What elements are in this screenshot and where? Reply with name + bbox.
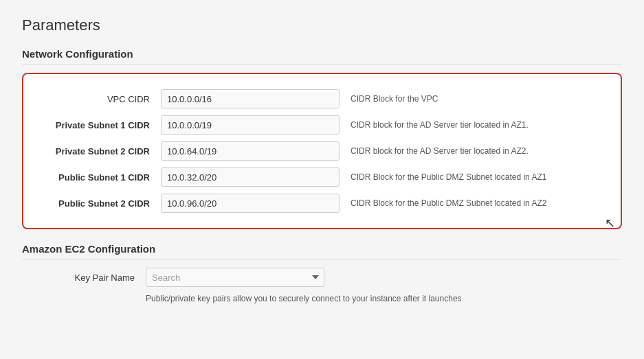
private-subnet2-cidr-row: Private Subnet 2 CIDR CIDR block for the… xyxy=(37,141,607,161)
private-subnet2-cidr-hint: CIDR block for the AD Server tier locate… xyxy=(351,146,607,156)
network-config-wrapper: VPC CIDR CIDR Block for the VPC Private … xyxy=(22,73,622,229)
private-subnet1-cidr-input[interactable] xyxy=(161,115,340,135)
public-subnet1-cidr-input[interactable] xyxy=(161,167,340,187)
page-title: Parameters xyxy=(22,16,622,34)
key-pair-row: Key Pair Name Search xyxy=(22,268,622,287)
cursor-indicator: ↖ xyxy=(605,216,615,231)
key-pair-hint-row: Public/private key pairs allow you to se… xyxy=(22,294,622,303)
vpc-cidr-hint: CIDR Block for the VPC xyxy=(351,94,607,104)
private-subnet2-cidr-label: Private Subnet 2 CIDR xyxy=(37,146,161,157)
public-subnet2-cidr-row: Public Subnet 2 CIDR CIDR Block for the … xyxy=(37,194,607,213)
public-subnet1-cidr-row: Public Subnet 1 CIDR CIDR Block for the … xyxy=(37,167,607,187)
public-subnet2-cidr-input[interactable] xyxy=(161,194,340,213)
vpc-cidr-row: VPC CIDR CIDR Block for the VPC xyxy=(37,89,607,108)
vpc-cidr-input[interactable] xyxy=(161,89,340,108)
private-subnet2-cidr-input[interactable] xyxy=(161,141,340,161)
private-subnet1-cidr-label: Private Subnet 1 CIDR xyxy=(37,120,161,130)
page-container: Parameters Network Configuration VPC CID… xyxy=(0,0,644,327)
key-pair-label: Key Pair Name xyxy=(22,273,146,283)
network-config-box: VPC CIDR CIDR Block for the VPC Private … xyxy=(22,73,622,229)
ec2-config-section: Amazon EC2 Configuration Key Pair Name S… xyxy=(22,243,622,303)
public-subnet1-cidr-label: Public Subnet 1 CIDR xyxy=(37,172,161,183)
private-subnet1-cidr-row: Private Subnet 1 CIDR CIDR block for the… xyxy=(37,115,607,135)
network-config-section-title: Network Configuration xyxy=(22,48,622,65)
public-subnet1-cidr-hint: CIDR Block for the Public DMZ Subnet loc… xyxy=(351,172,607,182)
vpc-cidr-label: VPC CIDR xyxy=(37,94,161,104)
ec2-config-section-title: Amazon EC2 Configuration xyxy=(22,243,622,259)
key-pair-hint: Public/private key pairs allow you to se… xyxy=(146,294,622,303)
private-subnet1-cidr-hint: CIDR block for the AD Server tier locate… xyxy=(351,120,607,130)
public-subnet2-cidr-hint: CIDR Block for the Public DMZ Subnet loc… xyxy=(351,198,607,208)
public-subnet2-cidr-label: Public Subnet 2 CIDR xyxy=(37,198,161,209)
key-pair-select-wrapper[interactable]: Search xyxy=(146,268,324,287)
key-pair-select[interactable]: Search xyxy=(146,268,324,287)
